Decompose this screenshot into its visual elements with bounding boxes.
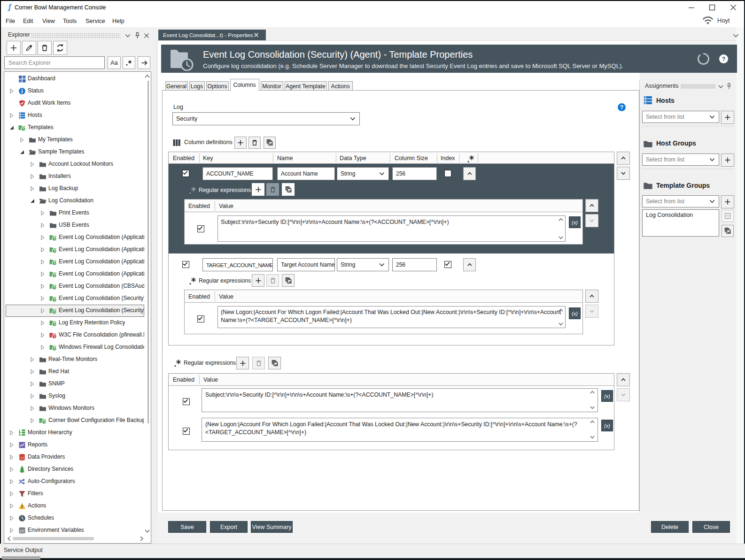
svg-text:(x): (x) bbox=[20, 529, 24, 533]
svg-text:Aa: Aa bbox=[110, 60, 117, 66]
